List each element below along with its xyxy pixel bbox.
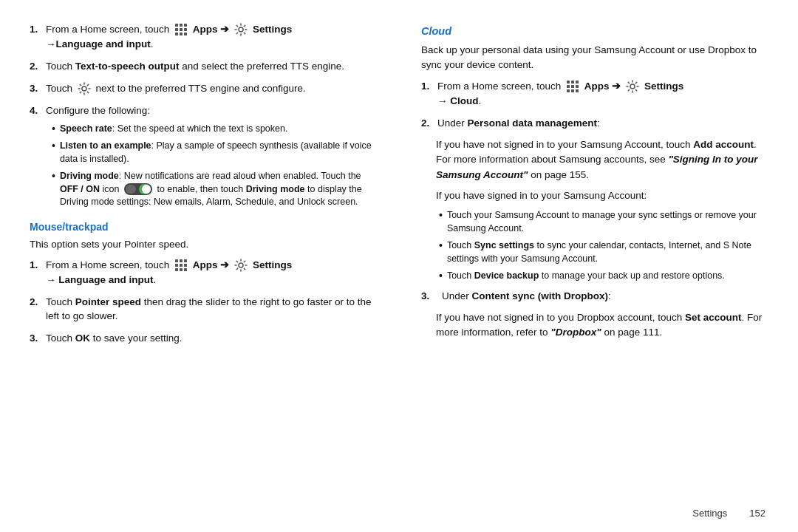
mouse-step3-bold: OK (75, 332, 90, 344)
signed-b2-bold: Sync settings (474, 240, 534, 250)
pd-para1-end: on page 155. (528, 169, 589, 180)
pd-para1-bold: Add account (693, 139, 754, 150)
step-4-number: 4. (30, 103, 41, 214)
svg-rect-21 (567, 81, 570, 83)
svg-rect-16 (184, 264, 187, 267)
step3-post: next to the preferred TTS engine and con… (96, 83, 306, 94)
cs3-post: : (608, 290, 611, 301)
svg-rect-2 (184, 24, 187, 27)
signed-bullet-3: • Touch Device backup to manage your bac… (439, 270, 768, 283)
apps-icon-2 (174, 258, 188, 273)
left-column: 1. From a Home screen, touch (30, 22, 384, 510)
step1-post-text: →Language and input (46, 38, 151, 50)
step1-pre-text: From a Home screen, touch (46, 24, 169, 35)
cloud-step-2: 2. Under Personal data management: (421, 116, 768, 131)
step-3: 3. Touch next to the preferred TTS engin… (30, 81, 377, 96)
cloud-steps: 1. From a Home screen, touch (421, 79, 768, 131)
mouse-steps: 1. From a Home screen, touch (30, 258, 377, 346)
cs3-bold: Content sync (with Dropbox) (472, 290, 609, 301)
svg-point-10 (82, 86, 86, 91)
bullet3-to-enable: to enable, then touch (157, 184, 245, 194)
settings-icon-3 (233, 258, 248, 273)
svg-rect-17 (175, 268, 178, 271)
svg-rect-27 (567, 89, 570, 92)
bullet-list: • Speech rate: Set the speed at which th… (52, 123, 377, 209)
signed-bullet-dot-1: • (439, 209, 443, 235)
bullet-listen-content: Listen to an example: Play a sample of s… (60, 140, 377, 166)
cloud-step2-pre: Under (437, 117, 468, 129)
mouse-step-2-num: 2. (30, 295, 41, 324)
svg-point-9 (239, 27, 243, 32)
bullet3-off-on: OFF / ON (60, 184, 100, 194)
bullet-listen: • Listen to an example: Play a sample of… (52, 140, 377, 166)
cloud-step-3: 3. Under Content sync (with Dropbox): (421, 289, 768, 304)
mouse-step1-settings: Settings (253, 259, 292, 270)
mouse-step-3-num: 3. (30, 331, 41, 346)
signed-bullet-1: • Touch your Samsung Account to manage y… (439, 209, 768, 235)
db-pre: If you have not signed in to you Dropbox… (436, 312, 685, 323)
cloud-step1-arrow: ➔ (612, 81, 624, 92)
db-end: on page 111. (601, 327, 663, 338)
svg-rect-0 (175, 24, 178, 27)
cloud-step-2-num: 2. (421, 116, 433, 131)
right-column: Cloud Back up your personal data using y… (414, 22, 768, 510)
footer: Settings 152 (692, 508, 765, 519)
step1-apps-label: Apps (193, 24, 218, 35)
cloud-step-3-num: 3. (421, 289, 433, 304)
bullet-dot-3: • (52, 170, 55, 209)
bullet-speech-rate: • Speech rate: Set the speed at which th… (52, 123, 377, 136)
mouse-step-3: 3. Touch OK to save your setting. (30, 331, 377, 346)
step3-pre: Touch (46, 83, 72, 94)
bullet2-label: Listen to an example (60, 140, 151, 151)
signed-in-text: If you have signed in to your Samsung Ac… (436, 188, 768, 203)
mouse-step2-bold: Pointer speed (75, 296, 141, 307)
step-4-content: Configure the following: • Speech rate: … (46, 103, 377, 214)
svg-rect-29 (576, 89, 579, 92)
svg-rect-18 (180, 268, 183, 271)
settings-icon-2 (77, 81, 92, 96)
svg-point-20 (239, 263, 243, 267)
settings-icon-1 (233, 22, 248, 37)
db-bold: Set account (685, 312, 742, 323)
cloud-intro: Back up your personal data using your Sa… (421, 43, 768, 73)
cloud-step1-post: → Cloud (437, 95, 479, 106)
step-1: 1. From a Home screen, touch (30, 22, 377, 52)
dropbox-para: If you have not signed in to you Dropbox… (436, 310, 768, 341)
bullet1-label: Speech rate (60, 123, 112, 134)
pd-para1-pre: If you have not signed in to your Samsun… (436, 139, 693, 150)
step-1-content: From a Home screen, touch (46, 22, 377, 52)
mouse-step-2-content: Touch Pointer speed then drag the slider… (46, 295, 377, 324)
footer-page: 152 (749, 508, 765, 519)
svg-rect-25 (571, 85, 574, 88)
signed-bullet-1-text: Touch your Samsung Account to manage you… (447, 209, 768, 235)
db-italic: "Dropbox" (550, 327, 601, 338)
mouse-trackpad-section: Mouse/trackpad This option sets your Poi… (30, 221, 377, 346)
mouse-step3-pre: Touch (46, 332, 75, 344)
mouse-step1-pre: From a Home screen, touch (46, 259, 172, 270)
step1-period: . (151, 38, 154, 50)
bullet-dot-2: • (52, 140, 55, 166)
bullet-driving: • Driving mode: New notifications are re… (52, 170, 377, 209)
svg-rect-23 (576, 81, 579, 83)
svg-rect-1 (180, 24, 183, 27)
svg-rect-11 (175, 259, 178, 262)
cs3-pre: Under (442, 290, 472, 301)
svg-rect-4 (180, 28, 183, 31)
signed-b3-pre: Touch (447, 270, 474, 281)
svg-rect-14 (175, 264, 178, 267)
signed-b3-bold: Device backup (474, 270, 539, 281)
cloud-step1-period: . (479, 95, 482, 106)
bullet3-label: Driving mode (60, 171, 119, 181)
svg-rect-13 (184, 259, 187, 262)
bullet3-driving-mode-bold: Driving mode (246, 184, 305, 194)
step-1-number: 1. (30, 22, 41, 52)
toggle-off-part (126, 185, 136, 194)
footer-label: Settings (692, 508, 727, 519)
bullet-dot-1: • (52, 123, 55, 136)
step-3-number: 3. (30, 81, 41, 96)
mouse-step3-post: to save your setting. (90, 332, 183, 344)
svg-rect-28 (571, 89, 574, 92)
step-2: 2. Touch Text-to-speech output and selec… (30, 59, 377, 74)
bullet3-icon: icon (100, 184, 122, 194)
step-3-content: Touch next to the preferred TTS engine a… (46, 81, 377, 96)
